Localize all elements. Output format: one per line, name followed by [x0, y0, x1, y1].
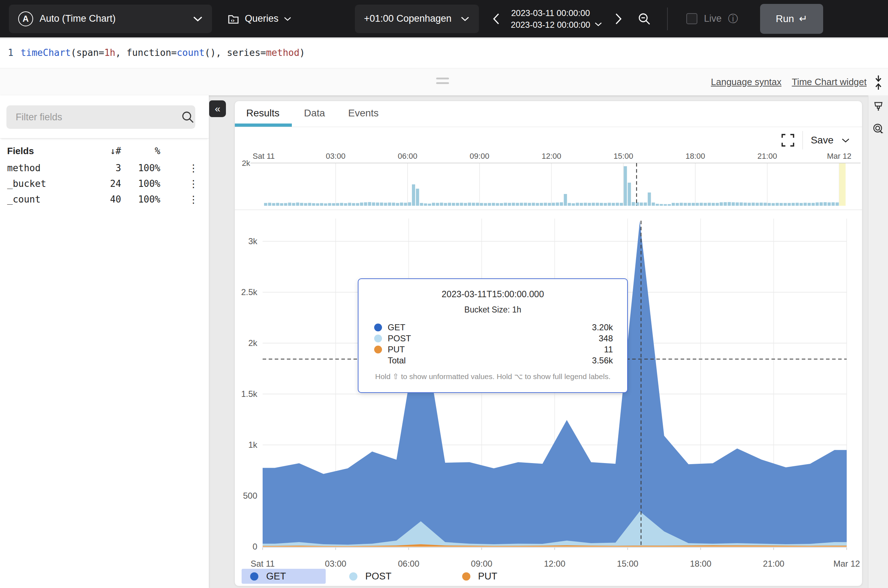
mini-bar[interactable] [720, 202, 723, 206]
mini-bar[interactable] [796, 203, 799, 206]
mini-bar[interactable] [464, 203, 467, 206]
mini-bar[interactable] [420, 203, 423, 206]
mini-bar[interactable] [456, 203, 459, 206]
mini-bar[interactable] [428, 204, 431, 206]
mini-bar[interactable] [384, 203, 387, 206]
mini-bar[interactable] [740, 202, 743, 206]
time-back-button[interactable] [492, 12, 500, 25]
mini-bar[interactable] [368, 202, 371, 206]
mini-bar[interactable] [600, 203, 603, 206]
field-row-count[interactable]: _count 40 100% ⋮ [0, 192, 209, 207]
mini-bar[interactable] [552, 203, 555, 206]
sort-desc-icon[interactable]: ↓ [110, 146, 116, 156]
mini-bar[interactable] [596, 203, 599, 206]
language-syntax-link[interactable]: Language syntax [711, 76, 781, 87]
mini-bar[interactable] [516, 203, 519, 206]
mini-bar[interactable] [528, 203, 531, 206]
percent-header[interactable]: % [121, 146, 160, 156]
tab-events[interactable]: Events [348, 108, 379, 119]
run-button[interactable]: Run ↵ [760, 4, 823, 34]
mini-bar[interactable] [488, 203, 491, 206]
mini-bar[interactable] [659, 204, 663, 206]
mini-bar[interactable] [344, 203, 347, 206]
mini-bar[interactable] [811, 203, 814, 206]
mini-bar[interactable] [695, 203, 699, 206]
legend-item-put[interactable]: PUT [454, 569, 506, 584]
mini-bar[interactable] [468, 202, 471, 206]
kebab-menu-icon[interactable]: ⋮ [160, 162, 209, 174]
mini-bar[interactable] [460, 203, 463, 206]
mini-bar[interactable] [652, 202, 655, 206]
mini-bar[interactable] [404, 203, 407, 206]
mini-bar[interactable] [432, 203, 435, 206]
mini-bar[interactable] [408, 202, 411, 206]
legend-item-post[interactable]: POST [341, 569, 400, 584]
mini-bar[interactable] [336, 203, 339, 206]
mini-bar[interactable] [656, 204, 659, 206]
mini-bar[interactable] [264, 203, 267, 206]
count-header[interactable]: # [116, 146, 121, 156]
mini-bar[interactable] [268, 203, 271, 206]
save-button[interactable]: Save [811, 135, 834, 146]
mini-bar[interactable] [828, 202, 831, 206]
mini-bar[interactable] [608, 203, 611, 206]
mini-bar[interactable] [835, 202, 839, 206]
mini-bar[interactable] [616, 203, 619, 206]
mini-bar[interactable] [376, 202, 379, 206]
fullscreen-icon[interactable] [781, 134, 795, 147]
query-editor[interactable]: 1 timeChart(span=1h, function=count(), s… [0, 38, 888, 68]
tab-results[interactable]: Results [246, 108, 279, 119]
mini-bar[interactable] [504, 203, 507, 206]
filter-fields-input[interactable] [6, 105, 195, 129]
mini-bar[interactable] [768, 203, 771, 206]
mini-bar[interactable] [632, 202, 635, 206]
mini-bar[interactable] [715, 203, 719, 206]
live-checkbox[interactable] [686, 13, 697, 24]
style-brush-icon[interactable] [873, 101, 884, 112]
mini-bar[interactable] [584, 203, 587, 206]
mini-bar[interactable] [540, 203, 543, 206]
mini-bar[interactable] [352, 203, 355, 206]
mini-bar[interactable] [284, 203, 287, 206]
mini-bar[interactable] [823, 202, 827, 206]
mini-bar[interactable] [816, 202, 819, 206]
mini-bar[interactable] [280, 203, 283, 206]
mini-bar[interactable] [731, 202, 735, 206]
mini-bar[interactable] [580, 203, 583, 206]
timezone-dropdown[interactable]: +01:00 Copenhagen [355, 4, 479, 33]
mini-bar[interactable] [780, 203, 783, 206]
mini-bar[interactable] [760, 202, 763, 206]
mini-bar[interactable] [436, 203, 439, 206]
mini-bar[interactable] [388, 202, 391, 206]
mini-bar[interactable] [496, 203, 499, 206]
mini-bar[interactable] [520, 203, 523, 206]
mini-bar[interactable] [751, 202, 755, 206]
mini-bar[interactable] [588, 203, 591, 206]
mini-bar[interactable] [807, 203, 811, 206]
mini-bar[interactable] [728, 202, 731, 206]
mini-bar[interactable] [648, 192, 651, 206]
interaction-target-icon[interactable] [873, 123, 884, 135]
mini-bar[interactable] [532, 203, 535, 206]
mini-bar[interactable] [820, 202, 823, 206]
mini-bar[interactable] [628, 183, 631, 206]
mini-bar[interactable] [508, 203, 511, 206]
mini-bar[interactable] [412, 184, 415, 206]
collapse-sidebar-button[interactable]: « [209, 100, 226, 117]
tab-data[interactable]: Data [304, 108, 325, 119]
mini-bar[interactable] [640, 202, 643, 206]
mini-bar[interactable] [424, 203, 427, 206]
mini-bar[interactable] [396, 203, 399, 206]
mini-bar[interactable] [800, 203, 803, 206]
mini-bar[interactable] [316, 203, 319, 206]
mini-bar[interactable] [736, 202, 739, 206]
info-icon[interactable]: ⓘ [728, 12, 738, 26]
mini-bar[interactable] [544, 203, 547, 206]
mini-bar[interactable] [668, 204, 671, 206]
query-code[interactable]: timeChart(span=1h, function=count(), ser… [21, 47, 305, 58]
mini-bar[interactable] [272, 203, 275, 206]
mini-bar[interactable] [332, 203, 335, 206]
mini-bar[interactable] [324, 203, 327, 206]
mini-bar[interactable] [400, 202, 403, 206]
event-overview-histogram[interactable]: Sat 1103:0006:0009:0012:0015:0018:0021:0… [235, 153, 864, 210]
